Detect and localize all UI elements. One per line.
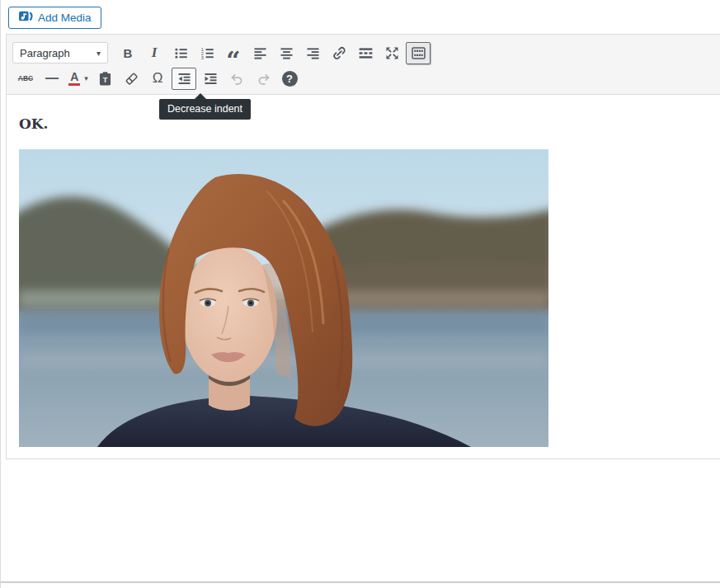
paste-as-text-icon: T [96, 70, 114, 87]
increase-indent-icon [202, 70, 219, 87]
toolbar-toggle-button[interactable] [406, 42, 431, 64]
tooltip: Decrease indent [159, 93, 251, 120]
svg-text:3: 3 [200, 54, 203, 59]
decrease-indent-icon [176, 70, 193, 87]
align-left-icon [252, 45, 269, 62]
editor-toolbar: Paragraph ▾ B I [7, 35, 720, 95]
media-icon [18, 10, 33, 26]
chevron-down-icon: ▾ [84, 74, 88, 82]
align-right-icon [304, 45, 322, 62]
format-select-value: Paragraph [20, 47, 70, 59]
svg-text:T: T [102, 76, 107, 84]
numbered-list-icon: 1 2 3 [199, 45, 216, 62]
insert-link-button[interactable] [327, 42, 351, 64]
help-icon: ? [282, 71, 298, 87]
inserted-portrait-image[interactable] [19, 149, 548, 447]
add-media-button[interactable]: Add Media [8, 7, 101, 29]
toolbar-row-1: Paragraph ▾ B I [12, 40, 716, 66]
paste-as-text-button[interactable]: T [92, 68, 117, 90]
horizontal-rule-button[interactable]: — [40, 68, 64, 90]
link-icon [331, 45, 348, 62]
read-more-button[interactable] [353, 42, 378, 64]
tooltip-arrow-icon [195, 93, 206, 99]
numbered-list-button[interactable]: 1 2 3 [195, 42, 219, 64]
help-button[interactable]: ? [277, 68, 302, 90]
italic-icon: I [152, 45, 158, 61]
text-editor: Paragraph ▾ B I [6, 34, 720, 459]
increase-indent-button[interactable] [198, 68, 223, 90]
decrease-indent-button[interactable] [172, 68, 196, 90]
strikethrough-icon: ABC [18, 74, 33, 82]
paragraph-text: OK. [19, 115, 708, 133]
omega-icon: Ω [153, 70, 163, 87]
eraser-icon [123, 70, 140, 87]
add-media-label: Add Media [38, 12, 92, 24]
align-center-button[interactable] [274, 42, 299, 64]
clear-formatting-button[interactable] [119, 68, 144, 90]
grade-editor-panel: Add Media Paragraph ▾ B I [0, 0, 720, 588]
paragraph-format-select[interactable]: Paragraph ▾ [12, 42, 108, 64]
bulleted-list-icon [172, 45, 190, 62]
read-more-icon [357, 45, 374, 62]
align-center-icon [278, 45, 295, 62]
horizontal-rule-icon: — [45, 71, 59, 86]
toolbar-row-2: ABC — A ▾ T [12, 67, 716, 90]
align-left-button[interactable] [247, 42, 272, 64]
align-right-button[interactable] [300, 42, 325, 64]
fullscreen-icon [384, 45, 401, 62]
editor-content-area[interactable]: OK. [7, 95, 720, 459]
chevron-down-icon: ▾ [96, 49, 101, 58]
redo-icon [255, 70, 272, 87]
bold-button[interactable]: B [115, 42, 140, 64]
blockquote-button[interactable]: “ [221, 42, 246, 64]
bold-icon: B [124, 46, 133, 60]
text-color-button[interactable]: A ▾ [66, 68, 91, 90]
italic-button[interactable]: I [142, 42, 167, 64]
text-color-icon: A [68, 71, 80, 86]
bulleted-list-button[interactable] [168, 42, 193, 64]
panel-bottom-border [1, 581, 720, 583]
fullscreen-button[interactable] [379, 42, 404, 64]
strikethrough-button[interactable]: ABC [13, 68, 38, 90]
special-character-button[interactable]: Ω [145, 68, 170, 90]
toolbar-toggle-icon [410, 45, 427, 62]
redo-button[interactable] [251, 68, 275, 90]
tooltip-text: Decrease indent [159, 99, 251, 120]
media-bar: Add Media [1, 0, 720, 34]
